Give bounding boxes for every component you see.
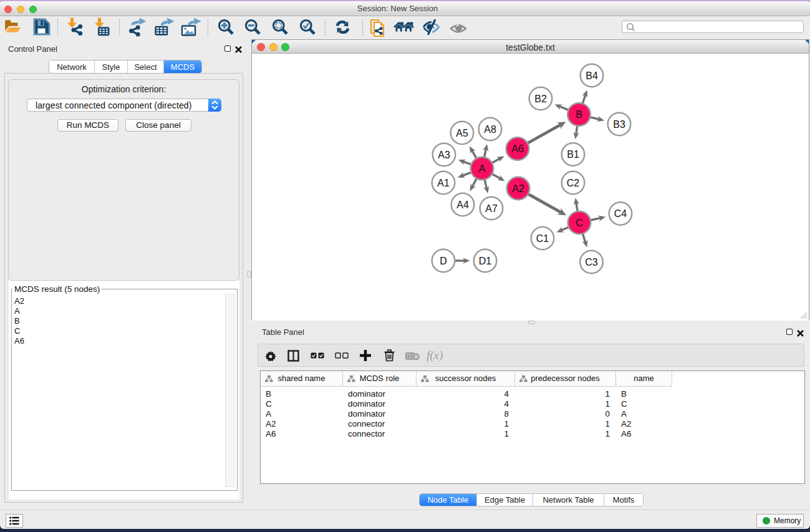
- svg-text:B: B: [576, 109, 582, 120]
- svg-text:A: A: [479, 163, 486, 174]
- svg-text:A3: A3: [438, 150, 450, 160]
- svg-text:D: D: [440, 256, 447, 266]
- svg-text:C2: C2: [567, 178, 580, 188]
- svg-text:A1: A1: [437, 178, 450, 188]
- svg-text:C: C: [576, 218, 583, 228]
- svg-text:D1: D1: [479, 256, 492, 266]
- svg-text:C1: C1: [536, 233, 549, 244]
- svg-text:A8: A8: [484, 124, 496, 135]
- svg-text:B1: B1: [567, 149, 579, 160]
- svg-text:B2: B2: [534, 94, 547, 104]
- svg-text:B4: B4: [586, 70, 598, 81]
- svg-text:B3: B3: [613, 119, 625, 130]
- svg-text:A5: A5: [456, 128, 468, 138]
- svg-text:A4: A4: [456, 200, 469, 210]
- svg-text:A2: A2: [512, 183, 524, 194]
- svg-text:C3: C3: [585, 257, 598, 268]
- svg-text:C4: C4: [614, 208, 627, 219]
- svg-text:A7: A7: [485, 203, 498, 214]
- svg-text:A6: A6: [511, 143, 524, 154]
